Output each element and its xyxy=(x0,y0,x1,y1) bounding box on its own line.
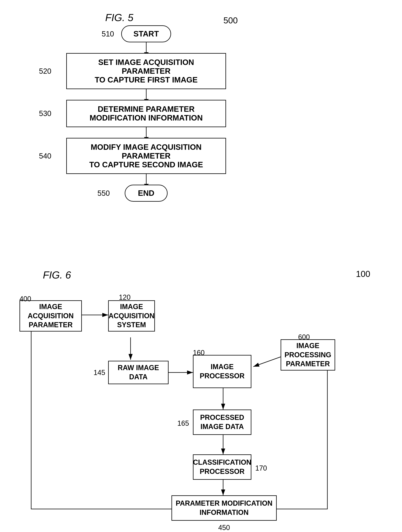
end-node: 550 END xyxy=(125,185,167,202)
start-box: START xyxy=(121,25,171,42)
raw-image-data-ref: 145 xyxy=(93,369,105,377)
image-acq-param-box: IMAGE ACQUISITIONPARAMETER xyxy=(19,300,82,331)
fig5-title: FIG. 5 xyxy=(105,12,133,23)
image-proc-param-ref: 600 xyxy=(298,333,310,341)
end-label: 550 xyxy=(97,189,110,197)
step540-node: 540 MODIFY IMAGE ACQUISITION PARAMETERTO… xyxy=(66,138,226,174)
image-processor-ref: 160 xyxy=(193,349,205,357)
image-processor-box: IMAGEPROCESSOR xyxy=(193,355,251,388)
arrow2 xyxy=(146,89,147,100)
fig6-diagram: IMAGE ACQUISITIONPARAMETER 400 IMAGE ACQ… xyxy=(19,285,382,528)
end-box: END xyxy=(125,185,167,202)
arrow1 xyxy=(146,42,147,53)
classification-processor-box: CLASSIFICATIONPROCESSOR xyxy=(193,454,251,480)
step520-box: SET IMAGE ACQUISITION PARAMETERTO CAPTUR… xyxy=(66,53,226,89)
arrow3 xyxy=(146,127,147,138)
fig5-ref: 500 xyxy=(223,16,238,25)
fig5-flowchart: 510 START 520 SET IMAGE ACQUISITION PARA… xyxy=(39,25,253,202)
param-mod-info-box: PARAMETER MODIFICATIONINFORMATION xyxy=(172,495,277,521)
step520-node: 520 SET IMAGE ACQUISITION PARAMETERTO CA… xyxy=(66,53,226,89)
step520-label: 520 xyxy=(39,67,51,75)
page: FIG. 5 500 510 START 520 SET IMAGE ACQUI… xyxy=(0,0,402,532)
processed-image-data-ref: 165 xyxy=(177,419,189,427)
image-proc-param-box: IMAGE PROCESSINGPARAMETER xyxy=(281,339,335,371)
image-acq-param-ref: 400 xyxy=(19,295,31,303)
param-mod-info-ref: 450 xyxy=(218,524,230,532)
classification-processor-ref: 170 xyxy=(255,464,267,472)
fig6-ref: 100 xyxy=(356,269,370,279)
fig6-container: FIG. 6 100 xyxy=(19,269,390,528)
step530-box: DETERMINE PARAMETERMODIFICATION INFORMAT… xyxy=(66,100,226,127)
start-node: 510 START xyxy=(121,25,171,42)
processed-image-data-box: PROCESSEDIMAGE DATA xyxy=(193,410,251,435)
step530-node: 530 DETERMINE PARAMETERMODIFICATION INFO… xyxy=(66,100,226,127)
image-acq-system-box: IMAGE ACQUISITIONSYSTEM xyxy=(108,300,155,331)
raw-image-data-box: RAW IMAGE DATA xyxy=(108,361,168,384)
fig6-title: FIG. 6 xyxy=(43,269,71,281)
step540-label: 540 xyxy=(39,152,51,160)
start-label: 510 xyxy=(102,30,114,38)
step540-box: MODIFY IMAGE ACQUISITION PARAMETERTO CAP… xyxy=(66,138,226,174)
step530-label: 530 xyxy=(39,109,51,118)
fig5-container: FIG. 5 500 510 START 520 SET IMAGE ACQUI… xyxy=(39,12,253,202)
svg-line-4 xyxy=(253,357,281,367)
image-acq-system-ref: 120 xyxy=(119,293,130,302)
arrow4 xyxy=(146,174,147,185)
